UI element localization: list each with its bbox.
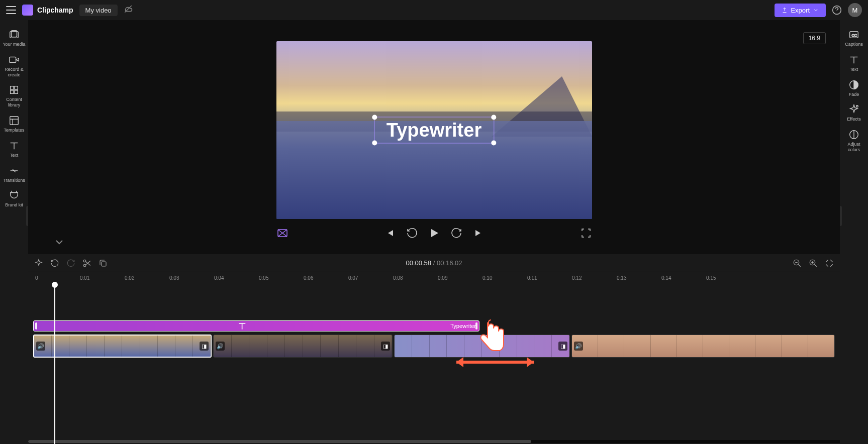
text-edit-icon bbox=[848, 54, 859, 65]
avatar[interactable]: M bbox=[848, 3, 862, 17]
cloud-sync-icon[interactable] bbox=[124, 5, 133, 16]
clip-trim-right-handle[interactable] bbox=[475, 322, 477, 329]
scrollbar-thumb[interactable] bbox=[28, 440, 531, 443]
sidebar-item-adjust-colors[interactable]: Adjust colors bbox=[841, 126, 866, 156]
svg-rect-7 bbox=[11, 90, 14, 93]
export-label: Export bbox=[791, 7, 810, 14]
text-clip-label: Typewriter bbox=[450, 323, 476, 329]
sidebar-item-text[interactable]: Text bbox=[2, 137, 27, 161]
aspect-ratio-button[interactable]: 16:9 bbox=[803, 32, 826, 44]
sidebar-item-templates[interactable]: Templates bbox=[2, 112, 27, 136]
video-clip-1[interactable]: 🔊 ◨ bbox=[33, 335, 212, 358]
record-icon bbox=[9, 54, 20, 65]
rewind-icon[interactable] bbox=[406, 227, 418, 239]
sidebar-item-brand-kit[interactable]: Brand kit bbox=[2, 187, 27, 211]
ruler-tick: 0:14 bbox=[661, 275, 671, 281]
svg-point-18 bbox=[83, 260, 86, 262]
resize-handle-tl[interactable] bbox=[372, 115, 377, 120]
brand-icon bbox=[9, 190, 20, 201]
ruler-tick: 0:13 bbox=[617, 275, 626, 281]
fit-timeline-icon[interactable] bbox=[825, 259, 834, 268]
sidebar-item-fade[interactable]: Fade bbox=[841, 76, 866, 100]
svg-line-22 bbox=[798, 264, 801, 267]
redo-icon[interactable] bbox=[66, 259, 75, 268]
zoom-in-icon[interactable] bbox=[809, 259, 818, 268]
timeline-ruler[interactable]: 00:010:020:030:040:050:060:070:080:090:1… bbox=[28, 272, 840, 286]
sidebar-item-content-library[interactable]: Content library bbox=[2, 81, 27, 111]
clip-transition-icon[interactable]: ◨ bbox=[558, 342, 567, 351]
sidebar-item-your-media[interactable]: Your media bbox=[2, 26, 27, 50]
fullscreen-icon[interactable] bbox=[580, 227, 592, 239]
sidebar-item-effects[interactable]: Effects bbox=[841, 101, 866, 125]
clip-trim-left-handle[interactable] bbox=[35, 322, 37, 329]
timeline-collapse-icon[interactable] bbox=[53, 236, 65, 248]
zoom-out-icon[interactable] bbox=[793, 259, 802, 268]
svg-rect-8 bbox=[15, 90, 18, 93]
safe-zone-icon[interactable] bbox=[276, 227, 288, 239]
playhead[interactable] bbox=[54, 286, 55, 444]
skip-forward-icon[interactable] bbox=[472, 227, 485, 239]
ruler-tick: 0:12 bbox=[572, 275, 582, 281]
sidebar-item-captions[interactable]: CC Captions bbox=[841, 26, 866, 50]
app-logo[interactable]: Clipchamp bbox=[22, 5, 73, 16]
clip-audio-icon[interactable]: 🔊 bbox=[36, 342, 45, 351]
video-clip-3[interactable]: ◨ bbox=[394, 335, 570, 358]
project-name-button[interactable]: My video bbox=[79, 5, 118, 16]
video-track-row: 🔊 ◨ 🔊 ◨ ◨ 🔊 bbox=[33, 335, 835, 358]
ruler-tick: 0:05 bbox=[259, 275, 268, 281]
skip-back-icon[interactable] bbox=[384, 227, 396, 239]
ruler-tick: 0 bbox=[35, 275, 38, 281]
sidebar-item-transitions[interactable]: Transitions bbox=[2, 162, 27, 186]
svg-line-25 bbox=[814, 264, 817, 267]
undo-icon[interactable] bbox=[50, 259, 59, 268]
video-clip-2[interactable]: 🔊 ◨ bbox=[213, 335, 393, 358]
hamburger-icon[interactable] bbox=[6, 6, 16, 14]
resize-handle-bl[interactable] bbox=[372, 141, 377, 146]
clipchamp-logo-icon bbox=[22, 5, 33, 16]
preview-area: 16:9 Typewriter bbox=[28, 20, 840, 254]
video-clip-4[interactable]: 🔊 bbox=[571, 335, 835, 358]
ruler-tick: 0:09 bbox=[438, 275, 447, 281]
ruler-tick: 0:11 bbox=[527, 275, 537, 281]
play-icon[interactable] bbox=[428, 227, 440, 239]
time-display: 00:00.58 / 00:16.02 bbox=[406, 259, 462, 267]
clip-transition-icon[interactable]: ◨ bbox=[381, 342, 390, 351]
text-clip-icon bbox=[37, 321, 447, 331]
clip-audio-icon[interactable]: 🔊 bbox=[216, 342, 225, 351]
auto-enhance-icon[interactable] bbox=[34, 259, 43, 268]
svg-text:CC: CC bbox=[851, 33, 857, 38]
timeline-toolbar: 00:00.58 / 00:16.02 bbox=[28, 254, 840, 272]
sidebar-item-record-create[interactable]: Record & create bbox=[2, 51, 27, 81]
svg-rect-9 bbox=[10, 117, 19, 125]
ruler-tick: 0:02 bbox=[125, 275, 134, 281]
ruler-tick: 0:01 bbox=[80, 275, 89, 281]
video-preview[interactable]: Typewriter bbox=[276, 41, 592, 219]
preview-text-content: Typewriter bbox=[387, 120, 481, 141]
timeline-panel: 00:00.58 / 00:16.02 00:010:020:030:040:0… bbox=[28, 254, 840, 444]
split-icon[interactable] bbox=[82, 259, 91, 268]
help-icon[interactable] bbox=[832, 5, 842, 15]
ruler-tick: 0:15 bbox=[706, 275, 716, 281]
text-clip[interactable]: Typewriter bbox=[33, 320, 479, 331]
sidebar-item-text-edit[interactable]: Text bbox=[841, 51, 866, 75]
text-icon bbox=[9, 140, 20, 151]
timeline-tracks[interactable]: Typewriter 🔊 ◨ 🔊 ◨ ◨ 🔊 bbox=[28, 286, 840, 444]
media-icon bbox=[9, 29, 20, 40]
effects-icon bbox=[848, 104, 859, 115]
clip-audio-icon[interactable]: 🔊 bbox=[574, 342, 583, 351]
ruler-tick: 0:04 bbox=[214, 275, 224, 281]
right-sidebar: CC Captions Text Fade Effects Adjust col… bbox=[840, 20, 868, 444]
ruler-tick: 0:06 bbox=[304, 275, 313, 281]
export-button[interactable]: Export bbox=[775, 4, 826, 17]
svg-point-15 bbox=[856, 105, 858, 107]
forward-icon[interactable] bbox=[450, 227, 462, 239]
captions-icon: CC bbox=[848, 29, 859, 40]
clip-transition-icon[interactable]: ◨ bbox=[200, 342, 209, 351]
adjust-icon bbox=[848, 129, 859, 140]
library-icon bbox=[9, 84, 20, 95]
duplicate-icon[interactable] bbox=[99, 259, 108, 268]
left-sidebar: Your media Record & create Content libra… bbox=[0, 20, 28, 444]
text-overlay-selection[interactable]: Typewriter bbox=[374, 117, 494, 144]
ruler-tick: 0:07 bbox=[348, 275, 358, 281]
timeline-scrollbar[interactable] bbox=[28, 440, 840, 443]
